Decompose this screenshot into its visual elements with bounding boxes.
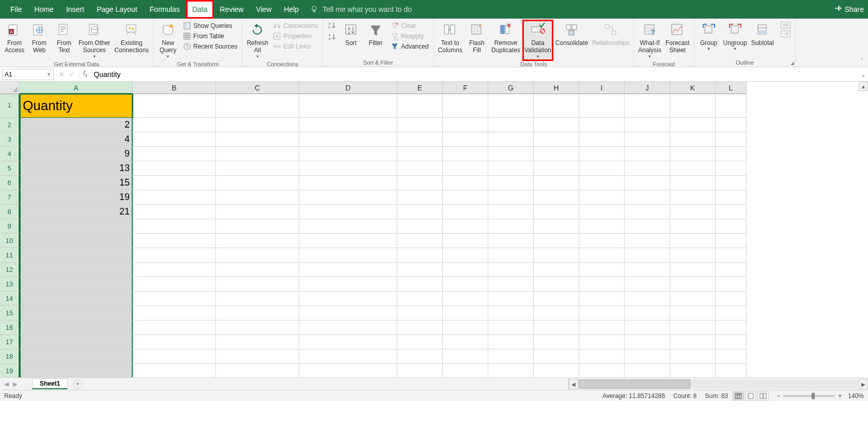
cell-G2[interactable] — [488, 118, 534, 132]
cell-H10[interactable] — [534, 234, 579, 248]
cell-B2[interactable] — [133, 118, 216, 132]
cell-J2[interactable] — [625, 118, 670, 132]
cell-F14[interactable] — [443, 292, 488, 306]
cell-K15[interactable] — [670, 306, 716, 320]
cell-I3[interactable] — [579, 132, 625, 147]
cell-C10[interactable] — [216, 234, 299, 248]
row-header-8[interactable]: 8 — [0, 205, 20, 219]
cell-C2[interactable] — [216, 118, 299, 132]
cell-F3[interactable] — [443, 132, 488, 147]
cell-A1[interactable]: Quantity — [20, 94, 133, 118]
cell-H17[interactable] — [534, 335, 579, 349]
from-web-button[interactable]: From Web — [28, 21, 51, 55]
cell-L2[interactable] — [716, 118, 747, 132]
filter-button[interactable]: Filter — [364, 21, 387, 48]
cell-H5[interactable] — [534, 161, 579, 176]
cell-K9[interactable] — [670, 219, 716, 234]
row-header-15[interactable]: 15 — [0, 306, 20, 320]
cell-A17[interactable] — [20, 335, 133, 349]
zoom-out-button[interactable]: − — [774, 392, 782, 400]
cell-F6[interactable] — [443, 176, 488, 190]
tab-formulas[interactable]: Formulas — [144, 0, 186, 19]
cell-L13[interactable] — [716, 277, 747, 292]
scroll-up-button[interactable]: ▲ — [859, 82, 868, 91]
cell-B14[interactable] — [133, 292, 216, 306]
cell-G1[interactable] — [488, 94, 534, 118]
cell-I11[interactable] — [579, 248, 625, 263]
clear-filter-button[interactable]: Clear — [389, 21, 430, 31]
cell-H12[interactable] — [534, 263, 579, 277]
cell-K2[interactable] — [670, 118, 716, 132]
cell-I12[interactable] — [579, 263, 625, 277]
show-detail-button[interactable]: +≡ — [779, 21, 793, 29]
tab-home[interactable]: Home — [28, 0, 60, 19]
cell-I18[interactable] — [579, 349, 625, 364]
cell-L3[interactable] — [716, 132, 747, 147]
column-header-E[interactable]: E — [397, 82, 443, 94]
cell-L15[interactable] — [716, 306, 747, 320]
cell-E14[interactable] — [397, 292, 443, 306]
cell-J8[interactable] — [625, 205, 670, 219]
cell-E15[interactable] — [397, 306, 443, 320]
column-header-B[interactable]: B — [133, 82, 216, 94]
cell-I14[interactable] — [579, 292, 625, 306]
cell-J1[interactable] — [625, 94, 670, 118]
chevron-down-icon[interactable]: ▼ — [47, 72, 51, 77]
cell-K1[interactable] — [670, 94, 716, 118]
cell-C19[interactable] — [216, 364, 299, 377]
cell-J13[interactable] — [625, 277, 670, 292]
cell-B19[interactable] — [133, 364, 216, 377]
cell-D10[interactable] — [299, 234, 397, 248]
column-header-G[interactable]: G — [488, 82, 534, 94]
cell-B13[interactable] — [133, 277, 216, 292]
cell-H18[interactable] — [534, 349, 579, 364]
cell-K5[interactable] — [670, 161, 716, 176]
scroll-left-button[interactable]: ◀ — [569, 379, 578, 389]
cell-H11[interactable] — [534, 248, 579, 263]
cell-L14[interactable] — [716, 292, 747, 306]
cell-E3[interactable] — [397, 132, 443, 147]
cell-D6[interactable] — [299, 176, 397, 190]
cell-C5[interactable] — [216, 161, 299, 176]
cell-E11[interactable] — [397, 248, 443, 263]
cell-E9[interactable] — [397, 219, 443, 234]
row-header-11[interactable]: 11 — [0, 248, 20, 263]
select-all-corner[interactable] — [0, 82, 20, 94]
cell-G19[interactable] — [488, 364, 534, 377]
cell-K7[interactable] — [670, 190, 716, 205]
row-header-7[interactable]: 7 — [0, 190, 20, 205]
tab-insert[interactable]: Insert — [60, 0, 90, 19]
existing-connections-button[interactable]: Existing Connections — [113, 21, 150, 55]
properties-button[interactable]: Properties — [271, 31, 319, 41]
tab-help[interactable]: Help — [278, 0, 305, 19]
from-access-button[interactable]: A From Access — [3, 21, 26, 55]
relationships-button[interactable]: Relationships — [591, 21, 630, 48]
cell-K17[interactable] — [670, 335, 716, 349]
cell-A6[interactable]: 15 — [20, 176, 133, 190]
cell-D18[interactable] — [299, 349, 397, 364]
column-header-F[interactable]: F — [443, 82, 488, 94]
consolidate-button[interactable]: Consolidate — [554, 21, 589, 48]
cell-D17[interactable] — [299, 335, 397, 349]
cell-K6[interactable] — [670, 176, 716, 190]
row-header-17[interactable]: 17 — [0, 335, 20, 349]
name-box[interactable]: A1 ▼ — [2, 69, 54, 80]
collapse-ribbon-button[interactable]: ˆ — [861, 58, 863, 65]
cell-B16[interactable] — [133, 320, 216, 335]
cell-L5[interactable] — [716, 161, 747, 176]
horizontal-scrollbar[interactable]: ◀ ▶ — [568, 378, 868, 390]
outline-dialog-launcher[interactable]: ◢ — [791, 60, 794, 66]
data-validation-button[interactable]: Data Validation ▼ — [523, 21, 552, 60]
cell-E19[interactable] — [397, 364, 443, 377]
cell-C8[interactable] — [216, 205, 299, 219]
cell-G15[interactable] — [488, 306, 534, 320]
cell-B9[interactable] — [133, 219, 216, 234]
cell-A5[interactable]: 13 — [20, 161, 133, 176]
column-header-A[interactable]: A — [20, 82, 133, 94]
cell-C16[interactable] — [216, 320, 299, 335]
from-table-button[interactable]: From Table — [181, 31, 239, 41]
tell-me-search[interactable]: Tell me what you want to do — [310, 5, 412, 13]
sort-button[interactable]: AZ Sort — [339, 21, 362, 48]
cell-A3[interactable]: 4 — [20, 132, 133, 147]
cell-L6[interactable] — [716, 176, 747, 190]
